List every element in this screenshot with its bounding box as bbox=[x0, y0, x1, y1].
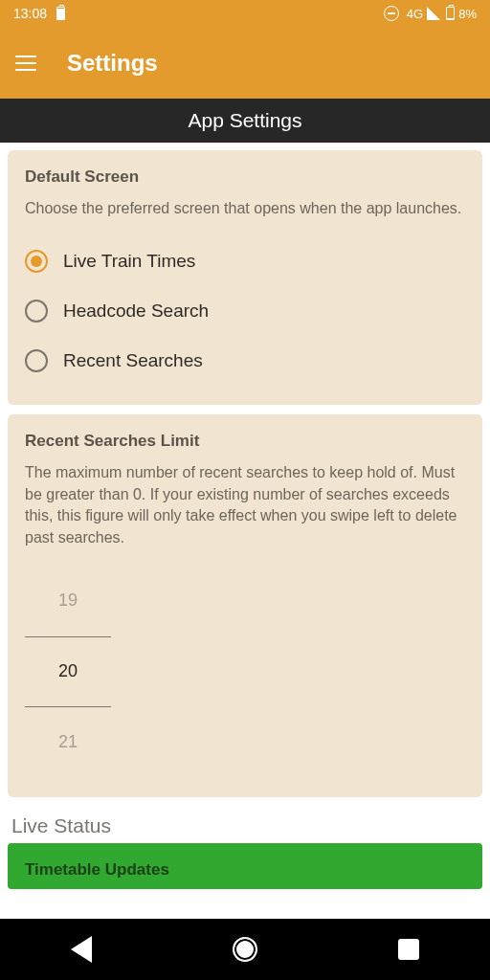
radio-icon bbox=[25, 349, 48, 372]
radio-icon bbox=[25, 250, 48, 273]
radio-recent-searches[interactable]: Recent Searches bbox=[25, 336, 465, 386]
section-header: App Settings bbox=[0, 99, 490, 143]
default-screen-desc: Choose the preferred screen that opens w… bbox=[25, 198, 465, 219]
content-area: Default Screen Choose the preferred scre… bbox=[0, 143, 490, 897]
picker-next: 21 bbox=[25, 707, 111, 778]
default-screen-card: Default Screen Choose the preferred scre… bbox=[8, 150, 482, 405]
number-picker[interactable]: 19 20 21 bbox=[25, 566, 111, 778]
nav-back-icon[interactable] bbox=[71, 936, 92, 963]
network-label: 4G bbox=[407, 7, 423, 21]
default-screen-title: Default Screen bbox=[25, 167, 465, 187]
battery-small-icon bbox=[446, 7, 455, 20]
recent-limit-card: Recent Searches Limit The maximum number… bbox=[8, 414, 482, 797]
radio-label: Recent Searches bbox=[63, 350, 203, 371]
timetable-updates-card[interactable]: Timetable Updates bbox=[8, 843, 482, 889]
battery-icon bbox=[56, 7, 65, 20]
radio-label: Live Train Times bbox=[63, 251, 195, 272]
app-title: Settings bbox=[67, 50, 158, 77]
dnd-icon bbox=[384, 6, 399, 21]
status-time: 13:08 bbox=[13, 6, 47, 21]
nav-recent-icon[interactable] bbox=[398, 939, 419, 960]
status-bar: 13:08 4G 8% bbox=[0, 0, 490, 27]
status-left: 13:08 bbox=[13, 6, 65, 21]
live-status-label: Live Status bbox=[8, 807, 482, 843]
battery-pct: 8% bbox=[458, 7, 477, 21]
picker-value: 20 bbox=[25, 636, 111, 707]
timetable-updates-title: Timetable Updates bbox=[25, 860, 465, 880]
nav-home-icon[interactable] bbox=[233, 937, 257, 962]
radio-headcode-search[interactable]: Headcode Search bbox=[25, 286, 465, 336]
status-right: 4G 8% bbox=[384, 6, 477, 21]
nav-bar bbox=[0, 919, 490, 980]
radio-label: Headcode Search bbox=[63, 301, 209, 322]
radio-icon bbox=[25, 300, 48, 323]
signal-icon bbox=[427, 7, 440, 20]
recent-limit-desc: The maximum number of recent searches to… bbox=[25, 462, 465, 548]
menu-icon[interactable] bbox=[15, 56, 36, 71]
app-bar: Settings bbox=[0, 27, 490, 99]
picker-prev: 19 bbox=[25, 566, 111, 636]
radio-live-train-times[interactable]: Live Train Times bbox=[25, 236, 465, 286]
recent-limit-title: Recent Searches Limit bbox=[25, 432, 465, 451]
